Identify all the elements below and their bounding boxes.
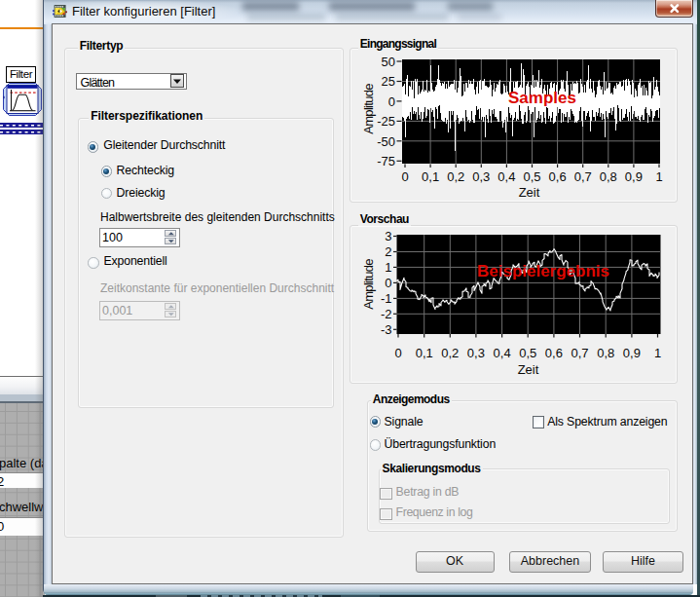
svg-text:0,9: 0,9 xyxy=(623,346,641,360)
svg-text:1: 1 xyxy=(654,346,661,360)
svg-text:0,7: 0,7 xyxy=(571,346,588,360)
svg-text:0,4: 0,4 xyxy=(494,346,511,360)
svg-text:-2: -2 xyxy=(381,307,392,321)
svg-text:1: 1 xyxy=(655,169,662,184)
svg-text:0,5: 0,5 xyxy=(523,169,540,184)
svg-text:3: 3 xyxy=(385,229,391,243)
svg-text:0,2: 0,2 xyxy=(447,169,464,184)
svg-text:0,8: 0,8 xyxy=(600,169,617,184)
svg-text:Amplitude: Amplitude xyxy=(361,84,376,134)
svg-text:0,1: 0,1 xyxy=(422,169,439,184)
svg-text:2: 2 xyxy=(385,244,391,259)
svg-text:0,5: 0,5 xyxy=(519,346,536,360)
svg-text:0: 0 xyxy=(401,169,408,184)
svg-text:50: 50 xyxy=(382,55,395,69)
svg-text:0,9: 0,9 xyxy=(625,169,643,184)
svg-text:25: 25 xyxy=(382,74,395,89)
svg-text:0,3: 0,3 xyxy=(472,169,490,184)
svg-text:-75: -75 xyxy=(377,154,395,168)
svg-text:-50: -50 xyxy=(377,134,395,149)
svg-text:-3: -3 xyxy=(381,322,392,337)
svg-text:0,6: 0,6 xyxy=(545,346,563,360)
svg-text:0,4: 0,4 xyxy=(497,169,515,184)
svg-text:Amplitude: Amplitude xyxy=(361,259,376,310)
svg-text:0: 0 xyxy=(385,276,391,290)
svg-text:1: 1 xyxy=(385,260,391,275)
svg-text:0,3: 0,3 xyxy=(467,346,485,360)
svg-text:Samples: Samples xyxy=(508,89,576,107)
svg-text:0,1: 0,1 xyxy=(416,346,433,360)
svg-text:Beispielergebnis: Beispielergebnis xyxy=(477,262,609,280)
svg-text:0,2: 0,2 xyxy=(441,346,459,360)
svg-text:0: 0 xyxy=(394,346,401,360)
svg-text:-25: -25 xyxy=(377,114,395,129)
svg-text:-1: -1 xyxy=(381,291,392,306)
svg-text:0: 0 xyxy=(388,94,395,109)
svg-text:Zeit: Zeit xyxy=(518,362,539,377)
svg-text:0,8: 0,8 xyxy=(597,346,614,360)
svg-text:0,6: 0,6 xyxy=(549,169,567,184)
svg-text:0,7: 0,7 xyxy=(574,169,592,184)
svg-text:Zeit: Zeit xyxy=(519,185,540,200)
